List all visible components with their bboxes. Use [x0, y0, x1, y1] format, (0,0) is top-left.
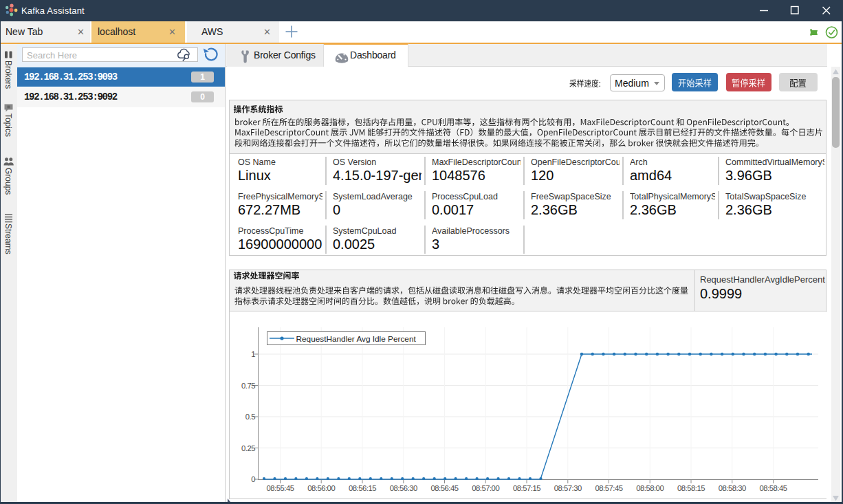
- svg-text:08:56:00: 08:56:00: [307, 484, 335, 492]
- svg-text:08:57:00: 08:57:00: [472, 484, 499, 492]
- svg-text:08:57:15: 08:57:15: [513, 484, 540, 492]
- svg-text:08:56:45: 08:56:45: [431, 484, 459, 492]
- svg-text:08:56:30: 08:56:30: [390, 484, 417, 492]
- svg-text:RequestHandler Avg Idle Percen: RequestHandler Avg Idle Percent: [296, 334, 417, 344]
- svg-text:0.25: 0.25: [241, 444, 255, 452]
- svg-text:08:55:45: 08:55:45: [267, 484, 294, 492]
- svg-text:0.75: 0.75: [241, 382, 255, 390]
- svg-text:08:58:15: 08:58:15: [677, 484, 705, 492]
- svg-text:0.5: 0.5: [245, 413, 255, 421]
- svg-text:08:58:30: 08:58:30: [719, 484, 746, 492]
- svg-text:08:57:45: 08:57:45: [595, 484, 623, 492]
- svg-text:08:56:15: 08:56:15: [349, 484, 376, 492]
- svg-text:08:57:30: 08:57:30: [554, 484, 582, 492]
- svg-text:0: 0: [251, 475, 255, 483]
- svg-text:08:58:45: 08:58:45: [760, 484, 787, 492]
- svg-text:1: 1: [251, 350, 255, 358]
- svg-text:08:58:00: 08:58:00: [636, 484, 664, 492]
